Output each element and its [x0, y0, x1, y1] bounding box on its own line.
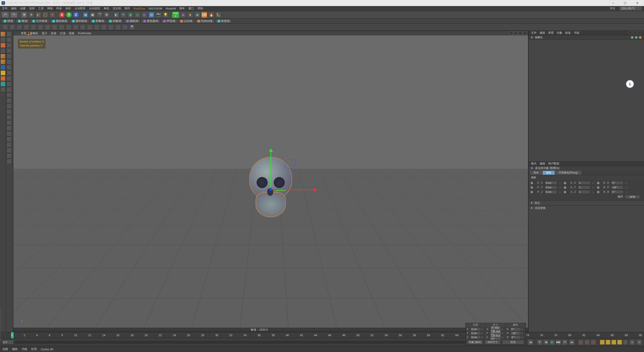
menu-insydium[interactable]: INSYDIUM — [149, 7, 162, 10]
select-tool[interactable]: ✥ — [21, 12, 27, 18]
p-btn-10[interactable] — [66, 24, 71, 30]
menu-create[interactable]: 创建 — [20, 7, 26, 10]
field-formula[interactable]: 公式域 — [178, 19, 194, 23]
snap-20[interactable] — [7, 137, 12, 142]
p-btn-9[interactable] — [59, 24, 64, 30]
anim-dot[interactable] — [597, 182, 599, 184]
rb[interactable]: 0 ° — [611, 190, 624, 194]
menu-window[interactable]: 窗口 — [188, 7, 194, 10]
axis-y-toggle[interactable]: Y — [66, 12, 72, 18]
field-python[interactable]: Python域 — [195, 19, 215, 23]
vp-menu-display[interactable]: 显示 — [42, 31, 47, 35]
menu-pipeline[interactable]: 流水线 — [113, 7, 121, 10]
dopesheet[interactable]: ≡ — [629, 339, 635, 345]
vis-render-icon[interactable] — [635, 36, 637, 39]
py[interactable]: 0 cm — [545, 186, 557, 189]
tab-coord[interactable]: 坐标 — [543, 171, 555, 175]
play-button[interactable]: ▶ — [549, 339, 555, 345]
px[interactable]: 0 cm — [545, 181, 557, 185]
p-btn-15[interactable] — [101, 24, 107, 30]
p-btn-2[interactable] — [10, 24, 15, 30]
viewport-3d[interactable]: Number of emitters: 0 Total live particl… — [13, 35, 528, 332]
menu-mograph[interactable]: 运动图形 — [74, 7, 86, 10]
field-cube[interactable]: 立方体域 — [30, 19, 49, 23]
close-button[interactable]: ✕ — [633, 1, 641, 5]
mode-edge[interactable] — [1, 54, 6, 59]
snap-15[interactable] — [7, 109, 12, 114]
snap-8[interactable] — [7, 70, 12, 75]
mode-uv[interactable] — [1, 76, 6, 81]
tab-phong[interactable]: 平滑着色(Phong) — [555, 171, 581, 175]
key-scale[interactable] — [606, 340, 611, 345]
rotate-tool[interactable]: ◯ — [42, 12, 48, 18]
minimize-button[interactable]: ─ — [609, 1, 617, 5]
order-select[interactable]: HPB — [625, 195, 640, 199]
vp-menu-prorender[interactable]: ProRender — [78, 32, 91, 35]
gizmo-z-axis[interactable] — [269, 188, 272, 191]
tool-c[interactable]: ◉ — [194, 12, 200, 18]
tool-d[interactable]: OR — [201, 12, 207, 18]
field-capsule[interactable]: 胶囊域 — [90, 19, 106, 23]
p-btn-12[interactable] — [80, 24, 86, 30]
anim-dot[interactable] — [531, 186, 533, 189]
generator[interactable]: ◉ — [127, 12, 133, 18]
mode-point[interactable] — [1, 48, 6, 53]
om-bookmarks[interactable]: 书签 — [574, 31, 579, 35]
anim-dot[interactable] — [564, 182, 566, 184]
attr-edit[interactable]: 编辑 — [540, 162, 545, 165]
expander-freeze[interactable]: 冻结变换 — [529, 205, 644, 210]
mode-anim[interactable] — [1, 70, 6, 75]
p-btn-11[interactable] — [73, 24, 78, 30]
p-btn-3[interactable] — [17, 24, 22, 30]
om-search-icon[interactable] — [629, 31, 632, 35]
render-view[interactable]: ▣ — [90, 12, 96, 18]
expander-quat[interactable]: 四元 — [529, 200, 644, 205]
pz[interactable]: 0 cm — [545, 190, 557, 194]
p-btn-fx[interactable]: fx — [129, 24, 135, 30]
field-shader[interactable]: 着色器域 — [141, 19, 160, 23]
anim-dot[interactable] — [564, 191, 566, 193]
field-torus[interactable]: 圆环体域 — [70, 19, 89, 23]
tool-f[interactable]: 🐛 — [215, 12, 221, 18]
mm-cycles[interactable]: Cycles 4D — [41, 348, 53, 351]
step-fwd[interactable]: ▶▶ — [556, 339, 561, 345]
p-btn-6[interactable] — [38, 24, 43, 30]
om-file[interactable]: 文件 — [531, 31, 537, 35]
mm-edit[interactable]: 编辑 — [12, 347, 18, 351]
anim-dot[interactable] — [597, 191, 599, 193]
autokey[interactable]: ◉ — [584, 339, 590, 345]
keymode[interactable]: ◎ — [591, 339, 596, 345]
p-btn-14[interactable] — [94, 24, 100, 30]
psr-button[interactable]: PSR0 — [172, 12, 179, 18]
snap-16[interactable] — [7, 115, 12, 120]
vp-nav-3[interactable] — [518, 31, 522, 35]
object-row-skull[interactable]: 骷髅头 — [529, 35, 644, 40]
vp-nav-4[interactable] — [523, 31, 527, 35]
scale-tool[interactable]: ◧ — [35, 12, 41, 18]
cp-apply-button[interactable]: 应用 — [502, 340, 524, 344]
field-sphere[interactable]: 球域 — [2, 19, 15, 23]
snap-7[interactable] — [7, 65, 12, 70]
sz[interactable]: 1 — [578, 190, 590, 194]
menu-tools[interactable]: 工具 — [38, 7, 44, 10]
loop-button[interactable]: ↻ — [537, 339, 542, 345]
object-manager-body[interactable]: 🦌 — [529, 40, 644, 161]
field-random[interactable]: 随机域 — [124, 19, 140, 23]
move-tool[interactable]: ✢ — [28, 12, 34, 18]
om-view[interactable]: 查看 — [548, 31, 554, 35]
p-btn-16[interactable] — [108, 24, 114, 30]
mm-texture[interactable]: 纹理 — [31, 347, 37, 351]
field-rect[interactable]: 矩形域 — [215, 19, 232, 23]
tool-a[interactable]: ◆ — [180, 12, 186, 18]
field-cone[interactable]: 锥域 — [16, 19, 29, 23]
tool-e[interactable]: 🔥 — [208, 12, 214, 18]
attr-mode[interactable]: 模式 — [531, 162, 537, 165]
snap-10[interactable] — [7, 81, 12, 86]
menu-redshift[interactable]: Redshift — [166, 7, 176, 10]
mm-create[interactable]: 创建 — [3, 347, 8, 351]
snap-19[interactable] — [7, 131, 12, 136]
render-pv[interactable]: 🎬 — [97, 12, 103, 18]
attr-userdata[interactable]: 用户数据 — [548, 162, 559, 165]
om-max-icon[interactable] — [638, 31, 641, 35]
field-sound[interactable]: 声音域 — [161, 19, 177, 23]
